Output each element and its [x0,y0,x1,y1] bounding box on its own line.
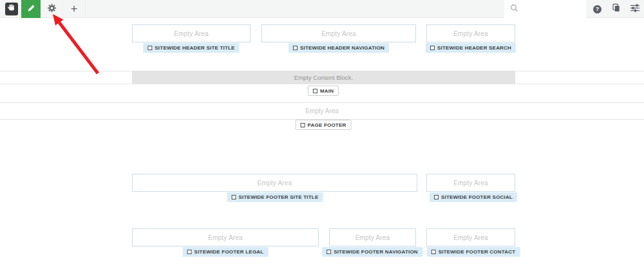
empty-area-header-site-title[interactable]: Empty Area [132,24,251,42]
empty-area-footer-site-title[interactable]: Empty Area [132,174,417,192]
checkbox-icon [313,89,317,93]
page-editor: + ? [0,0,644,267]
empty-area-page-footer[interactable]: Empty Area [0,102,644,120]
gear-icon [47,3,57,15]
settings-sliders-button[interactable] [625,0,644,18]
checkbox-icon [327,250,331,254]
concrete-cms-logo-icon [7,3,16,15]
empty-area-header-navigation[interactable]: Empty Area [261,24,416,42]
area-handle-label: SITEWIDE FOOTER CONTACT [439,249,516,255]
empty-area-placeholder: Empty Area [208,234,243,241]
checkbox-icon [431,250,436,254]
empty-area-placeholder: Empty Area [258,180,292,187]
area-handle-label: SITEWIDE HEADER NAVIGATION [300,45,384,51]
area-handle-page-footer[interactable]: PAGE FOOTER [296,120,352,130]
help-button[interactable]: ? [588,0,607,18]
checkbox-icon [434,195,439,199]
add-content-button[interactable]: + [63,0,86,18]
empty-area-placeholder: Empty Area [321,30,356,37]
checkbox-icon [147,46,152,50]
empty-area-footer-legal[interactable]: Empty Area [132,228,319,246]
edit-mode-button[interactable] [21,0,41,18]
empty-content-block[interactable]: Empty Content Block. [132,71,515,84]
area-handle-sitewide-header-navigation[interactable]: SITEWIDE HEADER NAVIGATION [289,43,389,53]
empty-area-placeholder: Empty Area [453,234,488,241]
main-area-row: Empty Content Block. [0,71,644,84]
area-handle-label: SITEWIDE FOOTER SITE TITLE [239,194,319,200]
page-settings-button[interactable] [41,0,63,18]
plus-icon: + [71,3,78,15]
empty-area-placeholder: Empty Area [453,180,488,187]
empty-area-placeholder: Empty Area [355,234,390,241]
empty-area-header-search[interactable]: Empty Area [426,24,515,42]
sliders-icon [630,3,639,15]
checkbox-icon [293,46,298,50]
area-handle-sitewide-header-site-title[interactable]: SITEWIDE HEADER SITE TITLE [143,43,239,53]
toolbar-right-group: ? [588,0,644,18]
editor-toolbar: + ? [0,0,644,18]
area-handle-sitewide-footer-navigation[interactable]: SITEWIDE FOOTER NAVIGATION [322,247,422,257]
empty-area-footer-contact[interactable]: Empty Area [426,228,515,246]
copy-icon [612,3,620,15]
area-handle-label: SITEWIDE HEADER SEARCH [437,45,511,51]
empty-content-block-label: Empty Content Block. [294,74,353,81]
area-handle-label: MAIN [320,88,334,94]
area-handle-label: SITEWIDE FOOTER SOCIAL [441,194,513,200]
cms-logo-button[interactable] [5,3,18,15]
area-handle-sitewide-footer-site-title[interactable]: SITEWIDE FOOTER SITE TITLE [227,192,323,202]
area-handle-sitewide-footer-legal[interactable]: SITEWIDE FOOTER LEGAL [183,247,269,257]
help-icon: ? [593,5,601,14]
area-handle-sitewide-header-search[interactable]: SITEWIDE HEADER SEARCH [426,43,516,53]
empty-area-placeholder: Empty Area [453,30,488,37]
area-handle-label: SITEWIDE HEADER SITE TITLE [155,45,234,51]
area-handle-sitewide-footer-social[interactable]: SITEWIDE FOOTER SOCIAL [430,192,517,202]
checkbox-icon [301,123,305,127]
area-handle-label: PAGE FOOTER [308,122,346,128]
search-input[interactable] [504,0,586,18]
search-icon [510,3,518,15]
area-handle-sitewide-footer-contact[interactable]: SITEWIDE FOOTER CONTACT [427,247,520,257]
checkbox-icon [430,46,435,50]
empty-area-footer-navigation[interactable]: Empty Area [329,228,416,246]
clipboard-button[interactable] [607,0,625,18]
checkbox-icon [187,250,192,254]
area-handle-label: SITEWIDE FOOTER LEGAL [194,249,264,255]
area-handle-main[interactable]: MAIN [308,86,339,96]
empty-area-footer-social[interactable]: Empty Area [426,174,515,192]
empty-area-placeholder: Empty Area [174,30,209,37]
pencil-icon [27,3,35,15]
checkbox-icon [232,195,236,199]
area-handle-label: SITEWIDE FOOTER NAVIGATION [334,249,418,255]
empty-area-placeholder: Empty Area [0,103,644,119]
